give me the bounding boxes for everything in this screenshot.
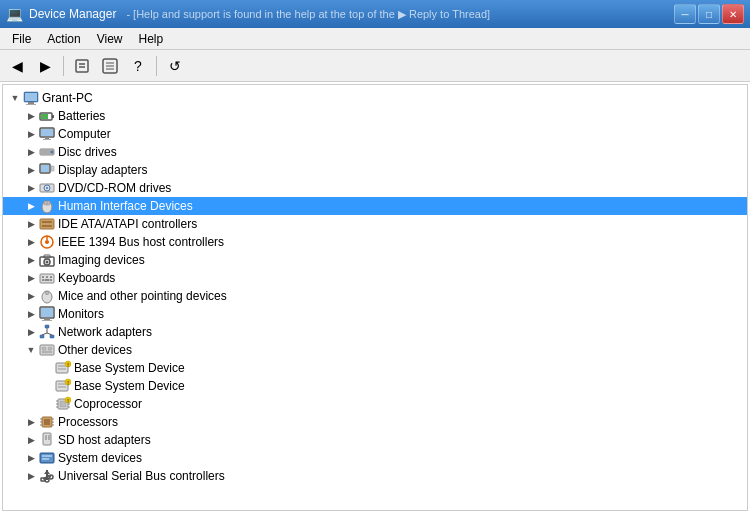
properties-button[interactable] [69,54,95,78]
tree-node-hid[interactable]: ▶ Human Interface Devices [3,197,747,215]
expand-icon-dvd[interactable]: ▶ [23,180,39,196]
svg-line-59 [47,333,52,335]
svg-rect-12 [52,115,54,118]
tree-node-display-adapters[interactable]: ▶ Display adapters [3,161,747,179]
tree-label-mice: Mice and other pointing devices [58,289,227,303]
tree-node-sd-host[interactable]: ▶ SD host adapters [3,431,747,449]
forward-button[interactable]: ▶ [32,54,58,78]
properties-icon [74,58,90,74]
tree-label-processors: Processors [58,415,118,429]
back-button[interactable]: ◀ [4,54,30,78]
svg-rect-31 [42,221,52,223]
tree-node-mice[interactable]: ▶ Mice and other pointing devices [3,287,747,305]
toolbar: ◀ ▶ ? ↺ [0,50,750,82]
svg-rect-30 [40,219,54,229]
dvd-icon [39,180,55,196]
window-controls: ─ □ ✕ [674,4,744,24]
tree-label-system-devices: System devices [58,451,142,465]
svg-rect-85 [44,419,50,425]
expand-icon-ieee[interactable]: ▶ [23,234,39,250]
menu-view[interactable]: View [89,30,131,48]
expand-icon-imaging[interactable]: ▶ [23,252,39,268]
expand-icon-usb[interactable]: ▶ [23,468,39,484]
svg-line-58 [42,333,47,335]
menu-action[interactable]: Action [39,30,88,48]
tree-node-usb[interactable]: ▶ Universal Serial Bus controllers [3,467,747,485]
svg-rect-8 [28,102,34,104]
svg-rect-40 [40,274,54,283]
expand-icon-display[interactable]: ▶ [23,162,39,178]
expand-icon-ide[interactable]: ▶ [23,216,39,232]
svg-rect-54 [45,325,49,328]
expand-icon-other[interactable]: ▼ [23,342,39,358]
tree-node-monitors[interactable]: ▶ Monitors [3,305,747,323]
tree-node-grant-pc[interactable]: ▼ Grant-PC [3,89,747,107]
maximize-button[interactable]: □ [698,4,720,24]
tree-node-ieee[interactable]: ▶ IEEE 1394 Bus host controllers [3,233,747,251]
camera-icon [39,252,55,268]
tree-node-other-devices[interactable]: ▼ Other devices [3,341,747,359]
scan-icon [102,58,118,74]
tree-label-computer: Computer [58,127,111,141]
close-button[interactable]: ✕ [722,4,744,24]
tree-node-keyboards[interactable]: ▶ Keyboards [3,269,747,287]
expand-icon-network[interactable]: ▶ [23,324,39,340]
svg-rect-61 [42,347,46,350]
tree-node-ide[interactable]: ▶ IDE ATA/ATAPI controllers [3,215,747,233]
tree-node-computer[interactable]: ▶ Computer [3,125,747,143]
title-bar: 💻 Device Manager - [Help and support is … [0,0,750,28]
ide-icon [39,216,55,232]
tree-node-batteries[interactable]: ▶ Batteries [3,107,747,125]
svg-point-34 [45,240,49,244]
expand-icon-processors[interactable]: ▶ [23,414,39,430]
tree-label-other-devices: Other devices [58,343,132,357]
tree-label-monitors: Monitors [58,307,104,321]
svg-rect-51 [41,308,53,317]
tree-label-ieee: IEEE 1394 Bus host controllers [58,235,224,249]
svg-rect-65 [58,365,66,367]
expand-icon-sd[interactable]: ▶ [23,432,39,448]
expand-icon-batteries[interactable]: ▶ [23,108,39,124]
menu-help[interactable]: Help [131,30,172,48]
svg-rect-32 [42,225,52,227]
svg-rect-56 [50,335,54,338]
expand-icon-monitors[interactable]: ▶ [23,306,39,322]
svg-rect-0 [76,60,88,72]
tree-node-dvd[interactable]: ▶ DVD/CD-ROM drives [3,179,747,197]
expand-icon-hid[interactable]: ▶ [23,198,39,214]
help-button[interactable]: ? [125,54,151,78]
scan-button[interactable] [97,54,123,78]
tree-label-base-system-2: Base System Device [74,379,185,393]
menu-file[interactable]: File [4,30,39,48]
minimize-button[interactable]: ─ [674,4,696,24]
expand-icon-computer[interactable]: ▶ [23,126,39,142]
svg-rect-63 [42,351,52,353]
svg-rect-22 [41,165,49,172]
expand-icon-keyboards[interactable]: ▶ [23,270,39,286]
tree-node-base-system-1[interactable]: ! Base System Device [3,359,747,377]
svg-rect-94 [48,435,50,440]
battery-icon [39,108,55,124]
tree-label-disc-drives: Disc drives [58,145,117,159]
device-tree[interactable]: ▼ Grant-PC ▶ Batteries [2,84,748,511]
svg-rect-55 [40,335,44,338]
tree-label-ide: IDE ATA/ATAPI controllers [58,217,197,231]
tree-node-network[interactable]: ▶ Network adapters [3,323,747,341]
tree-node-coprocessor[interactable]: ! Coprocessor [3,395,747,413]
svg-rect-97 [42,455,52,457]
tree-node-processors[interactable]: ▶ Processors [3,413,747,431]
expand-icon-system[interactable]: ▶ [23,450,39,466]
svg-rect-53 [42,320,52,321]
expand-icon-mice[interactable]: ▶ [23,288,39,304]
tree-node-system-devices[interactable]: ▶ System devices [3,449,747,467]
expand-icon-disc-drives[interactable]: ▶ [23,144,39,160]
svg-rect-71 [58,386,66,388]
tree-node-disc-drives[interactable]: ▶ Disc drives [3,143,747,161]
tree-node-base-system-2[interactable]: ! Base System Device [3,377,747,395]
tree-node-imaging[interactable]: ▶ Imaging devices [3,251,747,269]
svg-point-26 [46,187,48,189]
refresh-button[interactable]: ↺ [162,54,188,78]
tree-label-dvd: DVD/CD-ROM drives [58,181,171,195]
computer-icon [23,90,39,106]
expand-icon-grant-pc[interactable]: ▼ [7,90,23,106]
